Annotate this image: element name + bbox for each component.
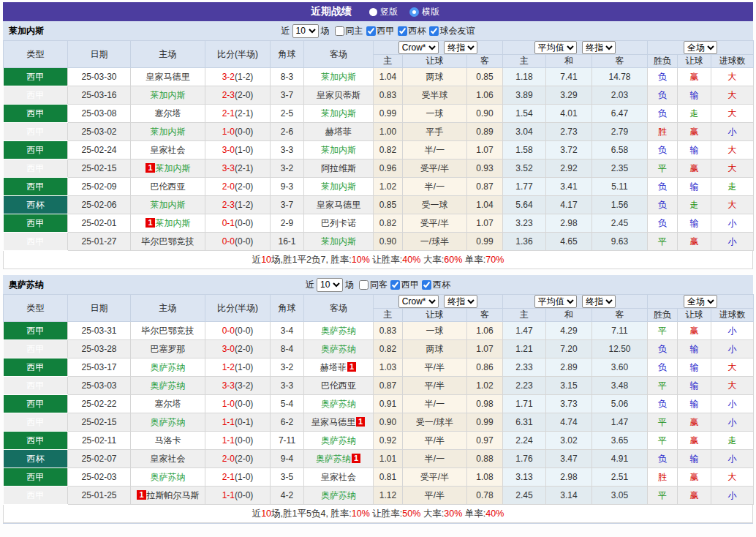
filter-checkbox-2[interactable]: 西杯 [422,279,450,291]
odds-home-cell: 1.02 [374,178,403,196]
match-row: 西甲25-02-011莱加内斯0-1(0-0)2-9巴列卡诺0.82受平/半1.… [4,214,754,233]
score-cell: 3-3(3-2) [205,377,271,395]
result-handicap-cell: 输 [678,214,711,233]
home-team-cell: 莱加内斯 [131,123,205,141]
odds-source-select[interactable]: Crow* [398,295,439,308]
avg-final-select[interactable]: 终指 [582,295,616,308]
result-goals-cell: 大 [711,358,754,377]
corner-cell: 3-5 [271,468,304,487]
checkbox-input[interactable] [366,26,376,36]
checkbox-input[interactable] [422,280,431,290]
recent-count-select[interactable]: 10 [317,278,343,292]
odds-final-select[interactable]: 终指 [444,295,477,308]
odds-handicap-cell: 受一球 [403,196,467,214]
result-goals-cell: 小 [711,413,754,432]
result-handicap-cell: 赢 [678,123,711,141]
result-handicap-cell: 输 [678,358,711,377]
avg-final-select[interactable]: 终指 [582,41,616,54]
result-outcome-cell: 负 [648,395,678,413]
avg-away-cell: 9.63 [592,233,648,251]
match-date-cell: 25-03-02 [68,123,131,141]
filter-checkbox-2[interactable]: 西杯 [398,25,426,37]
odds-away-cell: 0.89 [467,123,503,141]
odds-handicap-cell: 两球 [403,68,467,86]
away-team-cell: 莱加内斯 [304,105,374,123]
odds-home-cell: 0.92 [374,432,403,450]
result-goals-cell: 小 [711,487,754,505]
radio-unselected-icon [409,7,419,17]
avg-draw-cell: 2.98 [546,468,592,487]
match-row: 西甲25-02-151莱加内斯3-3(2-1)3-2阿拉维斯0.96受平/半0.… [4,159,754,178]
avg-home-cell: 1.76 [503,450,546,468]
team-name: 莱加内斯 [9,25,44,37]
team-label: 奥萨苏纳 [321,326,356,336]
scope-select[interactable]: 全场 [684,295,717,308]
odds-home-cell: 0.91 [374,395,403,413]
match-row: 西甲25-03-08塞尔塔2-1(2-1)2-5莱加内斯0.99一球0.901.… [4,105,754,123]
odds-handicap-cell: 平/半 [403,377,467,395]
checkbox-input[interactable] [335,26,344,36]
score-cell: 3-0(1-0) [205,141,271,159]
score-cell: 3-0(2-0) [205,340,271,358]
checkbox-input[interactable] [390,280,400,290]
checkbox-input[interactable] [398,26,407,36]
match-type-cell: 西甲 [4,322,68,340]
col-header-result-handicap: 让球 [678,309,711,322]
filter-checkbox-0[interactable]: 同主 [335,25,363,37]
avg-home-cell: 1.58 [503,141,546,159]
avg-away-cell: 2.35 [592,159,648,178]
corner-cell: 2-6 [271,123,304,141]
avg-away-cell: 6.58 [592,141,648,159]
filter-checkbox-1[interactable]: 西甲 [390,279,419,291]
team-label: 塞尔塔 [155,108,181,119]
score-cell: 1-1(0-0) [205,432,271,450]
summary-text: 10% [352,508,370,519]
filter-bar: 莱加内斯 近 10 场 同主西甲西杯球会友谊 [3,21,753,40]
match-type-cell: 西甲 [4,340,68,358]
avg-source-select[interactable]: 平均值 [534,41,577,54]
page-title: 近期战绩 [311,5,352,18]
odds-away-cell: 0.97 [467,432,503,450]
match-type-cell: 西甲 [4,68,68,86]
match-type-cell: 西甲 [4,377,68,395]
odds-away-cell: 0.99 [467,413,503,432]
avg-draw-cell: 2.92 [546,159,592,178]
scope-select[interactable]: 全场 [684,41,717,54]
layout-radio-vertical[interactable]: 竖版 [369,6,398,18]
corner-cell: 3-7 [271,86,304,105]
layout-radio-horizontal-label: 横版 [422,6,439,18]
match-type-cell: 西甲 [4,178,68,196]
odds-home-cell: 0.82 [374,340,403,358]
odds-away-cell: 1.07 [467,214,503,233]
summary-text: 60% [444,255,462,265]
match-row: 西甲25-03-16莱加内斯2-3(2-0)3-7皇家贝蒂斯0.83受半球1.0… [4,86,754,105]
away-team-cell: 莱加内斯 [304,178,374,196]
filter-checkbox-1[interactable]: 西甲 [366,25,395,37]
odds-source-select[interactable]: Crow* [398,41,439,54]
filter-controls: 近 10 场 同客西甲西杯 [306,278,450,292]
result-outcome-cell: 平 [648,413,678,432]
result-goals-cell: 大 [711,141,754,159]
layout-radio-horizontal[interactable]: 横版 [409,6,439,18]
layout-radio-vertical-label: 竖版 [380,6,398,18]
avg-draw-cell: 3.72 [546,141,592,159]
recent-count-select[interactable]: 10 [292,24,319,38]
col-header-avg-away: 客 [592,309,648,322]
avg-draw-cell: 3.47 [546,450,592,468]
match-row: 西杯25-02-07皇家社会2-0(2-0)9-4奥萨苏纳11.01半/一0.8… [4,450,754,468]
avg-draw-cell: 4.65 [546,233,592,251]
odds-away-cell: 1.07 [467,141,503,159]
avg-away-cell: 1.56 [592,196,648,214]
col-header-odds-away: 客 [467,55,503,68]
avg-source-select[interactable]: 平均值 [534,295,577,308]
filter-checkbox-3[interactable]: 球会友谊 [429,25,475,37]
checkbox-input[interactable] [429,26,439,36]
score-cell: 2-3(2-0) [205,86,271,105]
filter-checkbox-0[interactable]: 同客 [359,279,388,291]
away-team-cell: 奥萨苏纳1 [304,450,374,468]
odds-away-cell: 1.02 [467,377,503,395]
result-outcome-cell: 胜 [648,123,678,141]
checkbox-input[interactable] [359,280,368,290]
odds-final-select[interactable]: 终指 [444,41,477,54]
avg-home-cell: 1.47 [503,322,546,340]
